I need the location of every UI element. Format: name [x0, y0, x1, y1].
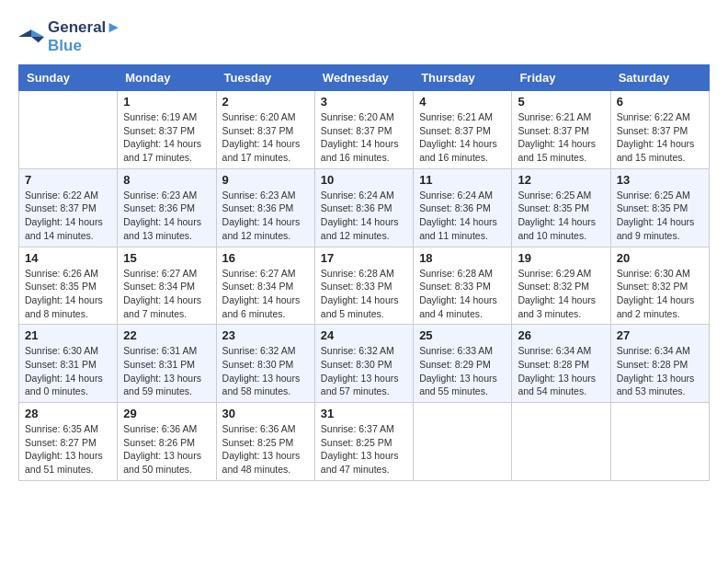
day-info: Sunrise: 6:25 AM Sunset: 8:35 PM Dayligh… [518, 189, 604, 243]
calendar-cell: 15Sunrise: 6:27 AM Sunset: 8:34 PM Dayli… [118, 247, 216, 325]
svg-marker-2 [31, 37, 44, 42]
calendar-header-row: SundayMondayTuesdayWednesdayThursdayFrid… [19, 65, 710, 91]
day-number: 22 [123, 328, 210, 342]
day-info: Sunrise: 6:30 AM Sunset: 8:31 PM Dayligh… [25, 344, 111, 398]
day-number: 20 [617, 251, 703, 265]
calendar-cell: 2Sunrise: 6:20 AM Sunset: 8:37 PM Daylig… [216, 91, 314, 169]
day-info: Sunrise: 6:28 AM Sunset: 8:33 PM Dayligh… [419, 267, 506, 321]
calendar-cell: 27Sunrise: 6:34 AM Sunset: 8:28 PM Dayli… [610, 325, 709, 403]
day-number: 2 [222, 95, 309, 109]
calendar-cell: 8Sunrise: 6:23 AM Sunset: 8:36 PM Daylig… [118, 168, 216, 247]
day-number: 30 [222, 407, 309, 420]
day-number: 3 [321, 95, 407, 109]
day-number: 10 [321, 173, 407, 187]
calendar-cell: 11Sunrise: 6:24 AM Sunset: 8:36 PM Dayli… [414, 168, 512, 247]
day-number: 16 [222, 251, 309, 265]
day-number: 12 [518, 173, 604, 187]
calendar-week-row: 28Sunrise: 6:35 AM Sunset: 8:27 PM Dayli… [19, 403, 710, 481]
day-info: Sunrise: 6:22 AM Sunset: 8:37 PM Dayligh… [617, 110, 703, 165]
day-number: 18 [419, 251, 506, 265]
day-number: 29 [123, 407, 210, 420]
calendar-cell: 29Sunrise: 6:36 AM Sunset: 8:26 PM Dayli… [118, 403, 216, 481]
calendar-cell [19, 91, 118, 169]
day-number: 28 [25, 407, 111, 420]
day-number: 21 [25, 328, 111, 342]
calendar-week-row: 7Sunrise: 6:22 AM Sunset: 8:37 PM Daylig… [19, 168, 710, 247]
day-info: Sunrise: 6:32 AM Sunset: 8:30 PM Dayligh… [321, 344, 407, 398]
day-number: 17 [321, 251, 407, 265]
calendar-cell [512, 403, 610, 481]
calendar-cell: 9Sunrise: 6:23 AM Sunset: 8:36 PM Daylig… [216, 168, 314, 247]
day-number: 9 [222, 173, 309, 187]
calendar-cell: 13Sunrise: 6:25 AM Sunset: 8:35 PM Dayli… [610, 168, 709, 247]
calendar-cell: 20Sunrise: 6:30 AM Sunset: 8:32 PM Dayli… [610, 247, 709, 325]
day-info: Sunrise: 6:21 AM Sunset: 8:37 PM Dayligh… [518, 110, 604, 165]
day-info: Sunrise: 6:20 AM Sunset: 8:37 PM Dayligh… [321, 110, 407, 165]
day-info: Sunrise: 6:37 AM Sunset: 8:25 PM Dayligh… [321, 422, 407, 477]
day-info: Sunrise: 6:23 AM Sunset: 8:36 PM Dayligh… [123, 189, 210, 243]
calendar-cell: 26Sunrise: 6:34 AM Sunset: 8:28 PM Dayli… [512, 325, 610, 403]
calendar-cell: 30Sunrise: 6:36 AM Sunset: 8:25 PM Dayli… [216, 403, 314, 481]
col-header-thursday: Thursday [414, 65, 512, 91]
day-info: Sunrise: 6:19 AM Sunset: 8:37 PM Dayligh… [123, 110, 210, 165]
day-info: Sunrise: 6:24 AM Sunset: 8:36 PM Dayligh… [419, 189, 506, 243]
calendar-cell: 22Sunrise: 6:31 AM Sunset: 8:31 PM Dayli… [118, 325, 216, 403]
calendar-cell: 16Sunrise: 6:27 AM Sunset: 8:34 PM Dayli… [216, 247, 314, 325]
day-info: Sunrise: 6:21 AM Sunset: 8:37 PM Dayligh… [419, 110, 506, 165]
col-header-monday: Monday [118, 65, 216, 91]
day-info: Sunrise: 6:23 AM Sunset: 8:36 PM Dayligh… [222, 189, 309, 243]
day-info: Sunrise: 6:29 AM Sunset: 8:32 PM Dayligh… [518, 267, 604, 321]
calendar-cell: 23Sunrise: 6:32 AM Sunset: 8:30 PM Dayli… [216, 325, 314, 403]
day-number: 15 [123, 251, 210, 265]
day-number: 19 [518, 251, 604, 265]
day-number: 1 [123, 95, 210, 109]
calendar-cell: 6Sunrise: 6:22 AM Sunset: 8:37 PM Daylig… [610, 91, 709, 169]
calendar-cell: 12Sunrise: 6:25 AM Sunset: 8:35 PM Dayli… [512, 168, 610, 247]
day-info: Sunrise: 6:28 AM Sunset: 8:33 PM Dayligh… [321, 267, 407, 321]
logo: General► Blue [18, 18, 121, 55]
col-header-tuesday: Tuesday [216, 65, 314, 91]
calendar-cell: 3Sunrise: 6:20 AM Sunset: 8:37 PM Daylig… [314, 91, 413, 169]
col-header-friday: Friday [512, 65, 610, 91]
day-info: Sunrise: 6:31 AM Sunset: 8:31 PM Dayligh… [123, 344, 210, 398]
day-info: Sunrise: 6:26 AM Sunset: 8:35 PM Dayligh… [25, 267, 111, 321]
calendar-cell: 28Sunrise: 6:35 AM Sunset: 8:27 PM Dayli… [19, 403, 118, 481]
calendar-table: SundayMondayTuesdayWednesdayThursdayFrid… [18, 64, 710, 481]
day-info: Sunrise: 6:32 AM Sunset: 8:30 PM Dayligh… [222, 344, 309, 398]
calendar-week-row: 1Sunrise: 6:19 AM Sunset: 8:37 PM Daylig… [19, 91, 710, 169]
day-number: 26 [518, 328, 604, 342]
day-info: Sunrise: 6:36 AM Sunset: 8:26 PM Dayligh… [123, 422, 210, 477]
col-header-saturday: Saturday [610, 65, 709, 91]
day-info: Sunrise: 6:35 AM Sunset: 8:27 PM Dayligh… [25, 422, 111, 477]
calendar-cell: 25Sunrise: 6:33 AM Sunset: 8:29 PM Dayli… [414, 325, 512, 403]
day-info: Sunrise: 6:25 AM Sunset: 8:35 PM Dayligh… [617, 189, 703, 243]
svg-marker-0 [31, 29, 44, 37]
day-number: 4 [419, 95, 506, 109]
header: General► Blue [18, 18, 710, 55]
calendar-cell: 10Sunrise: 6:24 AM Sunset: 8:36 PM Dayli… [314, 168, 413, 247]
day-number: 5 [518, 95, 604, 109]
svg-marker-1 [18, 29, 31, 37]
logo-icon [18, 27, 44, 47]
day-number: 27 [617, 328, 703, 342]
day-info: Sunrise: 6:36 AM Sunset: 8:25 PM Dayligh… [222, 422, 309, 477]
calendar-cell [610, 403, 709, 481]
day-number: 14 [25, 251, 111, 265]
calendar-cell: 7Sunrise: 6:22 AM Sunset: 8:37 PM Daylig… [19, 168, 118, 247]
day-number: 31 [321, 407, 407, 420]
calendar-week-row: 21Sunrise: 6:30 AM Sunset: 8:31 PM Dayli… [19, 325, 710, 403]
calendar-cell: 17Sunrise: 6:28 AM Sunset: 8:33 PM Dayli… [314, 247, 413, 325]
day-number: 24 [321, 328, 407, 342]
day-info: Sunrise: 6:22 AM Sunset: 8:37 PM Dayligh… [25, 189, 111, 243]
day-number: 6 [617, 95, 703, 109]
day-info: Sunrise: 6:27 AM Sunset: 8:34 PM Dayligh… [222, 267, 309, 321]
calendar-cell [414, 403, 512, 481]
calendar-cell: 1Sunrise: 6:19 AM Sunset: 8:37 PM Daylig… [118, 91, 216, 169]
day-number: 8 [123, 173, 210, 187]
day-number: 13 [617, 173, 703, 187]
calendar-cell: 18Sunrise: 6:28 AM Sunset: 8:33 PM Dayli… [414, 247, 512, 325]
day-number: 25 [419, 328, 506, 342]
day-info: Sunrise: 6:20 AM Sunset: 8:37 PM Dayligh… [222, 110, 309, 165]
day-number: 7 [25, 173, 111, 187]
calendar-cell: 24Sunrise: 6:32 AM Sunset: 8:30 PM Dayli… [314, 325, 413, 403]
